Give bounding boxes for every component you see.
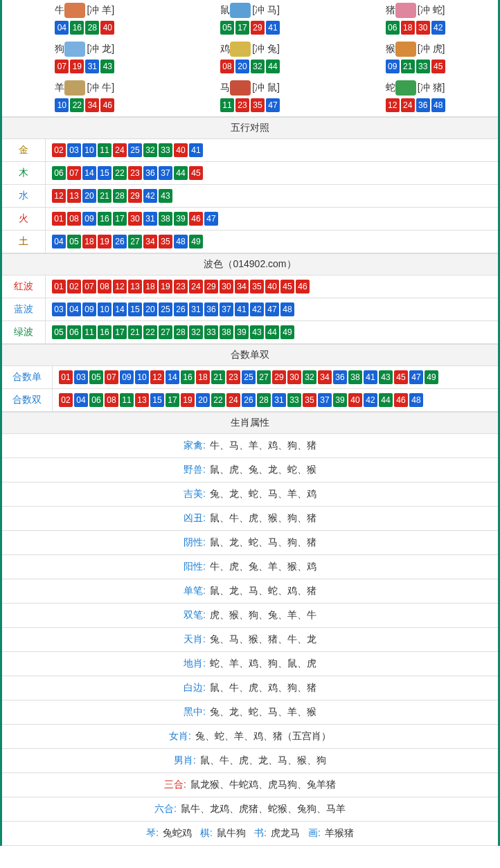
ball: 28 [85, 21, 99, 35]
ball: 36 [333, 370, 347, 384]
ball: 22 [113, 166, 127, 180]
attr-key: 双笔: [184, 609, 206, 620]
ball: 22 [70, 98, 84, 112]
ball: 41 [235, 302, 249, 316]
table-row: 合数单0103050709101214161821232527293032343… [2, 366, 498, 389]
attr-val: 兔、龙、蛇、马、羊、猴 [210, 706, 316, 717]
attr-row: 吉美:兔、龙、蛇、马、羊、鸡 [2, 482, 498, 507]
zodiac-clash: [冲 牛] [87, 82, 114, 93]
row-balls: 02031011242532334041 [46, 139, 499, 162]
row-balls: 0108091617303138394647 [46, 208, 499, 230]
attr-row: 地肖:蛇、羊、鸡、狗、鼠、虎 [2, 652, 498, 676]
zodiac-clash: [冲 鼠] [252, 82, 280, 93]
footer-val: 羊猴猪 [325, 827, 354, 838]
ball: 02 [52, 143, 66, 157]
ball: 09 [120, 370, 134, 384]
ball: 49 [425, 370, 438, 384]
ball: 36 [143, 166, 157, 180]
ball: 06 [386, 21, 400, 35]
attr-val: 兔、龙、蛇、马、羊、鸡 [210, 488, 316, 499]
ball: 10 [135, 370, 149, 384]
ball: 28 [174, 325, 188, 339]
footer-key: 画: [308, 827, 321, 838]
ball: 13 [135, 393, 149, 407]
attr-key: 地肖: [184, 658, 206, 669]
ball: 17 [166, 393, 179, 407]
table-row: 土04051819262734354849 [2, 230, 498, 253]
ball: 29 [128, 189, 142, 203]
attr-row: 阳性:牛、虎、兔、羊、猴、鸡 [2, 555, 498, 579]
ball: 22 [211, 393, 225, 407]
zodiac-clash: [冲 羊] [87, 4, 114, 15]
zodiac-name: 猴 [386, 43, 395, 55]
ball: 19 [98, 235, 111, 248]
attr-row: 三合:鼠龙猴、牛蛇鸡、虎马狗、兔羊猪 [2, 773, 498, 797]
row-label: 合数单 [2, 366, 53, 389]
ball: 20 [196, 393, 210, 407]
attr-key: 三合: [164, 779, 186, 790]
ball: 45 [431, 60, 445, 73]
zodiac-cell: 蛇[冲 猪]12243648 [332, 78, 498, 116]
ball: 40 [100, 21, 114, 35]
ball: 24 [189, 280, 203, 293]
ball: 42 [250, 302, 264, 316]
ball: 42 [364, 393, 377, 407]
ball: 47 [265, 302, 279, 316]
row-balls: 04051819262734354849 [46, 230, 499, 253]
ball: 45 [394, 370, 408, 384]
ball: 05 [89, 370, 103, 384]
ball: 25 [159, 302, 172, 316]
ball: 21 [211, 370, 225, 384]
ball: 26 [242, 393, 256, 407]
table-row: 木06071415222336374445 [2, 162, 498, 185]
footer-val: 兔蛇鸡 [163, 827, 192, 838]
attr-val: 兔、蛇、羊、鸡、猪（五宫肖） [195, 730, 331, 741]
row-balls: 1213202128294243 [46, 185, 499, 208]
ball: 23 [174, 280, 188, 293]
ball: 32 [251, 60, 265, 73]
ball: 28 [113, 189, 127, 203]
attr-list: 家禽:牛、马、羊、鸡、狗、猪野兽:鼠、虎、兔、龙、蛇、猴吉美:兔、龙、蛇、马、羊… [2, 434, 498, 822]
ball: 24 [401, 98, 415, 112]
footer-val: 鼠牛狗 [217, 827, 246, 838]
table-row: 金02031011242532334041 [2, 139, 498, 162]
ball: 28 [257, 393, 271, 407]
attr-row: 双笔:虎、猴、狗、兔、羊、牛 [2, 604, 498, 628]
zodiac-clash: [冲 猪] [418, 82, 445, 93]
ball: 16 [181, 370, 195, 384]
attr-row: 男肖:鼠、牛、虎、龙、马、猴、狗 [2, 749, 498, 773]
ball: 16 [98, 212, 111, 226]
row-balls: 06071415222336374445 [46, 162, 499, 185]
ball: 03 [74, 370, 88, 384]
ball: 42 [431, 21, 445, 35]
attr-val: 牛、马、羊、鸡、狗、猪 [210, 440, 316, 451]
ball: 14 [113, 302, 127, 316]
ball: 43 [100, 60, 114, 73]
ball: 20 [143, 302, 157, 316]
row-label: 合数双 [2, 389, 53, 412]
ball: 30 [287, 370, 301, 384]
ball: 29 [272, 370, 286, 384]
ball: 19 [159, 280, 172, 293]
ball: 44 [265, 325, 279, 339]
attr-val: 鼠、虎、兔、龙、蛇、猴 [210, 464, 316, 475]
zodiac-name: 羊 [55, 82, 64, 94]
ball: 04 [52, 235, 66, 248]
ball: 35 [251, 98, 265, 112]
attr-key: 女肖: [169, 730, 191, 741]
row-label: 红波 [2, 275, 46, 298]
ball: 34 [85, 98, 99, 112]
ball: 48 [409, 393, 423, 407]
ball: 33 [159, 143, 172, 157]
attr-key: 男肖: [174, 754, 196, 766]
bose-table: 红波0102070812131819232429303435404546蓝波03… [2, 275, 498, 344]
heshu-table: 合数单0103050709101214161821232527293032343… [2, 366, 498, 412]
zodiac-clash: [冲 兔] [252, 43, 280, 54]
ball: 44 [379, 393, 393, 407]
ball: 49 [280, 325, 294, 339]
ball: 03 [67, 143, 81, 157]
zodiac-name: 鼠 [220, 4, 230, 17]
ball: 21 [128, 325, 142, 339]
footer-row: 琴:兔蛇鸡棋:鼠牛狗书:虎龙马画:羊猴猪 [2, 822, 498, 846]
ball: 05 [52, 325, 66, 339]
